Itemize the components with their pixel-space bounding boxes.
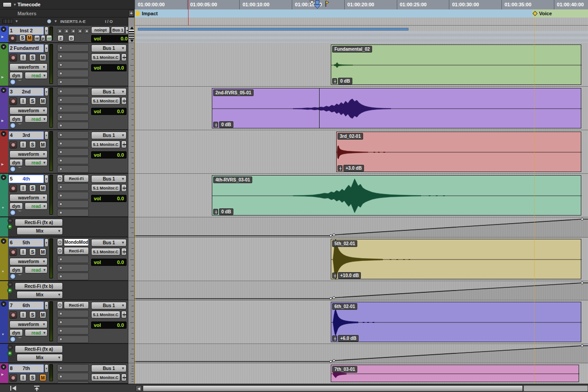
playlist-arrow-icon[interactable]: ▶ [1,75,6,79]
insert-slot[interactable] [57,327,89,335]
add-lane-button[interactable]: + [7,288,13,293]
mute-button[interactable]: M [39,248,46,255]
insert-dot-button[interactable] [57,247,63,255]
insert-slot[interactable] [57,335,89,343]
track-collapse-icon[interactable]: ▼ [1,364,6,370]
timebase-icon[interactable] [10,210,16,216]
automation-lane[interactable] [135,217,588,238]
insert-slot[interactable] [57,70,89,77]
insert-slot[interactable] [57,255,89,263]
timecode-tick-cell[interactable]: 01:00:20:00 [344,0,397,9]
automation-mode-selector[interactable]: read▼ [25,72,48,79]
scroll-up-icon[interactable] [34,386,40,391]
fx-lane-label-button[interactable]: Recti-Fi (fx a) [15,345,63,353]
insert-dot-button[interactable] [57,238,63,246]
audio-clip-2nd-rvrs_05-01[interactable]: 2nd-RVRS_05-010 dB [212,88,581,128]
track-view-selector[interactable]: waveform▼ [9,258,48,265]
add-lane-button[interactable]: + [7,351,13,356]
mute-button[interactable]: M [39,54,46,61]
dyn-button[interactable]: dyn [9,203,23,210]
add-marker-button[interactable]: + [128,10,134,17]
timebase-icon[interactable] [10,123,16,128]
edit-canvas[interactable]: Fundamental_020 dB2nd-RVRS_05-010 dB3rd_… [135,18,588,384]
insert-slot[interactable] [57,318,89,326]
timecode-tick-cell[interactable]: 01:00:25:00 [397,0,449,9]
playback-cursor-icons[interactable] [309,0,330,9]
volume-display[interactable]: vol0.0 [91,259,127,266]
record-enable-button[interactable] [9,374,17,382]
monitor-path-selector[interactable]: 5.1 Monitor.C [91,248,120,255]
audio-clip-7th_03-01[interactable]: 7th_03-01 [331,365,579,382]
record-enable-button[interactable] [9,311,17,319]
clip-gain-control[interactable]: +10.0 dB [332,272,361,279]
clock-icon[interactable] [47,19,52,24]
input-monitor-button[interactable]: I [20,311,26,318]
input-monitor-button[interactable]: I [20,97,26,105]
monitor-path-selector[interactable]: 5.1 Monitor.C [91,374,120,381]
insert-recti-fi[interactable]: Recti-Fi [64,175,89,182]
timebase-icon[interactable] [10,336,16,342]
insert-slot[interactable] [57,44,89,52]
solo-button[interactable]: S [29,141,36,148]
automation-mode-selector[interactable]: read▼ [25,159,48,166]
playlist-arrow-icon[interactable]: ▼ [1,332,6,337]
input-monitor-button[interactable]: I [20,374,26,381]
insert-slot[interactable] [57,192,89,199]
insert-slot[interactable] [57,131,89,139]
clip-gain-control[interactable]: 0 dB [332,78,352,84]
delay-comp-button[interactable]: D [68,35,75,41]
output-bus-selector[interactable]: Bus 1▼ [91,365,127,372]
playlist-arrow-icon[interactable]: ▶ [1,162,6,167]
audio-clip-6th_02-01[interactable]: 6th_02-01+6.0 dB [331,302,581,342]
monitor-fader-button[interactable] [121,141,127,148]
record-enable-button[interactable] [9,141,17,149]
insert-slot[interactable] [77,28,83,34]
track-name-box[interactable]: 32nd [9,88,44,96]
playlist-arrow-icon[interactable]: ▶ [1,119,6,123]
track-name-box[interactable]: 2Fundamntl [9,44,44,53]
solo-button[interactable]: S [29,248,36,255]
playlist-arrow-icon[interactable]: ▶ [1,372,6,377]
clip-gain-control[interactable]: +3.0 dB [338,165,364,172]
output-bus-selector[interactable]: Bus 1▼ [91,132,127,139]
monitor-path-selector[interactable]: 5.1 Monitor.C [91,184,120,192]
insert-slot[interactable] [57,148,89,156]
marker-voice[interactable]: Voice [533,10,552,17]
track-collapse-icon[interactable]: ▼ [1,131,6,137]
record-enable-button[interactable] [9,97,17,105]
insert-dot-button[interactable] [57,175,63,182]
track-collapse-icon[interactable]: ▼ [1,88,6,93]
timecode-tick-cell[interactable]: 01:00:00:00 [135,0,187,9]
insert-recti-fi[interactable]: Recti-Fi [64,247,89,255]
timebase-icon[interactable] [10,273,16,279]
automation-mode-selector[interactable]: read▼ [25,115,48,123]
track-list-caret-icon[interactable]: ▼ [15,19,18,23]
insert-slot[interactable] [57,165,89,173]
playlist-arrow-icon[interactable]: ▼ [1,206,6,210]
insert-slot[interactable] [57,200,89,208]
output-bus-selector[interactable]: Bus 1▼ [91,44,127,52]
track-name-caret[interactable]: ▼ [44,175,48,183]
track-view-selector[interactable]: waveform▼ [9,107,48,115]
solo-button[interactable]: S [29,185,36,192]
monitor-path-selector[interactable]: 5.1 Monitor.C [91,141,120,148]
mute-button[interactable]: M [26,35,33,41]
record-enable-button[interactable] [9,248,17,256]
track-name-box[interactable]: 43rd [9,131,44,140]
output-bus-selector[interactable]: Bus 1▼ [91,175,127,183]
monitor-fader-button[interactable] [121,374,127,381]
collapse-lane-button[interactable]: − [8,218,13,223]
elastic-audio-button[interactable]: Z [57,35,64,41]
volume-display[interactable]: vol0.0 [91,64,127,71]
track-view-selector[interactable]: waveform▼ [9,321,48,328]
volume-display[interactable]: vol0.0 [91,322,127,329]
markers-lane[interactable]: ImpactVoice [135,9,588,18]
insert-slot[interactable] [57,209,89,216]
input-monitor-button[interactable]: I [20,248,26,255]
track-view-selector[interactable]: waveform▼ [9,150,48,158]
volume-display[interactable]: vol0.0 [91,35,128,42]
ruler-view-caret-icon[interactable]: ▼ [13,3,17,7]
timecode-ruler[interactable]: 01:00:00:0001:00:05:0001:00:10:0001:00:1… [135,0,588,9]
volume-display[interactable]: vol0.0 [91,151,127,159]
track-view-selector[interactable]: waveform▼ [9,194,48,202]
